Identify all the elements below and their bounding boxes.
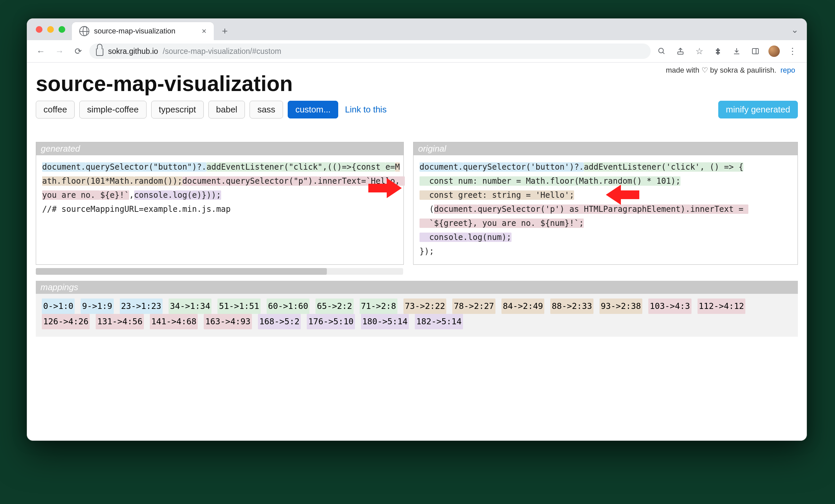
mapping-entry[interactable]: 103->4:3: [648, 299, 691, 314]
side-panel-icon[interactable]: [748, 43, 763, 59]
profile-avatar[interactable]: [767, 43, 782, 59]
mapping-entry[interactable]: 9->1:9: [81, 299, 114, 314]
mapping-entry[interactable]: 126->4:26: [42, 314, 90, 329]
mapping-entry[interactable]: 84->2:49: [502, 299, 544, 314]
mapping-entry[interactable]: 73->2:22: [404, 299, 446, 314]
share-icon[interactable]: [673, 43, 688, 59]
mapping-entry[interactable]: 65->2:2: [315, 299, 353, 314]
mapping-entry[interactable]: 93->2:38: [599, 299, 642, 314]
mapping-entry[interactable]: 51->1:51: [218, 299, 260, 314]
original-panel: original document.querySelector('button'…: [413, 142, 798, 265]
mappings-list: 0->1:09->1:923->1:2334->1:3451->1:5160->…: [36, 294, 798, 337]
mapping-entry[interactable]: 78->2:27: [452, 299, 495, 314]
browser-toolbar: ← → ⟳ sokra.github.io/source-map-visuali…: [27, 40, 807, 63]
generated-horizontal-scrollbar[interactable]: [36, 268, 403, 275]
sass-button[interactable]: sass: [249, 101, 283, 119]
close-window-button[interactable]: [36, 26, 42, 33]
search-icon[interactable]: [654, 43, 669, 59]
browser-tab[interactable]: source-map-visualization ×: [72, 22, 214, 40]
menu-icon[interactable]: ⋮: [785, 43, 800, 59]
tabs-dropdown-icon[interactable]: ⌄: [791, 25, 798, 35]
url-host: sokra.github.io: [108, 47, 158, 56]
tab-strip: source-map-visualization × + ⌄: [27, 19, 807, 40]
mapping-entry[interactable]: 168->5:2: [258, 314, 301, 329]
minimize-window-button[interactable]: [47, 26, 54, 33]
star-icon[interactable]: ☆: [691, 43, 707, 59]
scrollbar-thumb[interactable]: [36, 268, 327, 275]
controls-row: coffee simple-coffee typescript babel sa…: [36, 101, 798, 119]
generated-panel-header: generated: [36, 142, 404, 155]
svg-rect-3: [752, 48, 758, 54]
mappings-header: mappings: [36, 281, 798, 294]
simple-coffee-button[interactable]: simple-coffee: [79, 101, 146, 119]
credit-line: made with ♡ by sokra & paulirish. repo: [666, 66, 795, 75]
globe-icon: [79, 26, 89, 36]
mapping-entry[interactable]: 182->5:14: [415, 314, 463, 329]
new-tab-button[interactable]: +: [218, 24, 232, 38]
tab-title: source-map-visualization: [94, 27, 175, 36]
reload-button[interactable]: ⟳: [70, 43, 86, 59]
mapping-entry[interactable]: 112->4:12: [697, 299, 745, 314]
mapping-entry[interactable]: 131->4:56: [96, 314, 144, 329]
window-controls: [36, 26, 65, 33]
generated-panel: generated document.querySelector("button…: [36, 142, 404, 265]
mapping-entry[interactable]: 88->2:33: [550, 299, 593, 314]
close-tab-icon[interactable]: ×: [202, 26, 206, 36]
mapping-entry[interactable]: 141->4:68: [150, 314, 198, 329]
mapping-entry[interactable]: 34->1:34: [169, 299, 211, 314]
custom-button[interactable]: custom...: [288, 101, 338, 119]
extensions-icon[interactable]: [710, 43, 726, 59]
maximize-window-button[interactable]: [59, 26, 65, 33]
downloads-icon[interactable]: [729, 43, 744, 59]
address-bar[interactable]: sokra.github.io/source-map-visualization…: [89, 43, 651, 59]
back-button[interactable]: ←: [33, 43, 48, 59]
lock-icon: [96, 48, 103, 56]
link-to-this[interactable]: Link to this: [345, 104, 386, 115]
original-code[interactable]: document.querySelector('button')?.addEve…: [413, 155, 797, 264]
forward-button[interactable]: →: [52, 43, 67, 59]
mapping-entry[interactable]: 163->4:93: [204, 314, 251, 329]
original-panel-header: original: [413, 142, 797, 155]
browser-window: source-map-visualization × + ⌄ ← → ⟳ sok…: [27, 18, 807, 441]
mapping-entry[interactable]: 71->2:8: [360, 299, 398, 314]
typescript-button[interactable]: typescript: [151, 101, 204, 119]
coffee-button[interactable]: coffee: [36, 101, 75, 119]
page-content: made with ♡ by sokra & paulirish. repo s…: [27, 63, 807, 337]
url-path: /source-map-visualization/#custom: [163, 47, 281, 56]
mapping-entry[interactable]: 23->1:23: [120, 299, 163, 314]
svg-rect-2: [678, 52, 683, 54]
babel-button[interactable]: babel: [208, 101, 245, 119]
mapping-entry[interactable]: 176->5:10: [307, 314, 354, 329]
generated-code[interactable]: document.querySelector("button")?.addEve…: [36, 155, 404, 222]
minify-generated-button[interactable]: minify generated: [718, 101, 798, 119]
page-title: source-map-visualization: [36, 71, 798, 96]
repo-link[interactable]: repo: [780, 66, 795, 74]
mapping-entry[interactable]: 60->1:60: [267, 299, 309, 314]
mapping-entry[interactable]: 0->1:0: [42, 299, 75, 314]
mapping-entry[interactable]: 180->5:14: [361, 314, 409, 329]
svg-point-0: [659, 48, 664, 53]
svg-line-1: [663, 52, 665, 54]
